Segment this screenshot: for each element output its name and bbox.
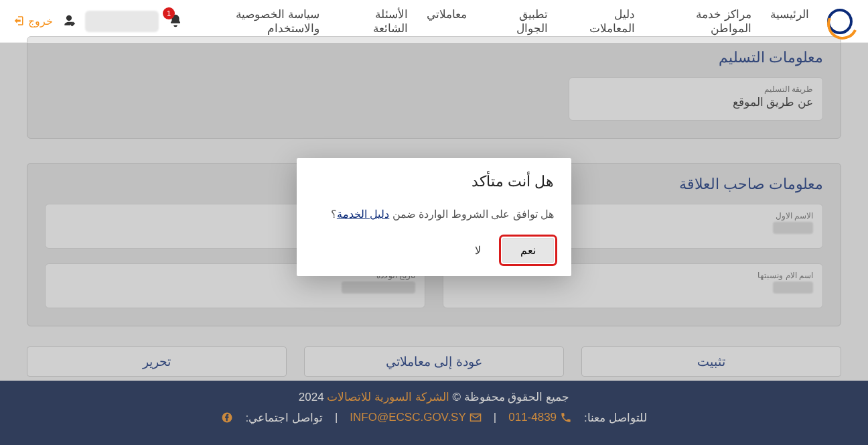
nav-mobile-app[interactable]: تطبيق الجوال	[486, 7, 548, 36]
notifications-icon[interactable]: 1	[168, 13, 183, 30]
header-user-area: 1 خروج	[12, 11, 183, 32]
nav-privacy[interactable]: سياسة الخصوصية والاستخدام	[183, 7, 319, 36]
nav-guide[interactable]: دليل المعاملات	[567, 7, 635, 36]
modal-no-button[interactable]: لا	[467, 238, 489, 263]
service-guide-link[interactable]: دليل الخدمة	[337, 208, 389, 220]
confirm-modal: هل أنت متأكد هل توافق على الشروط الواردة…	[297, 158, 571, 276]
brand-logo	[824, 5, 856, 38]
user-name-display[interactable]	[85, 11, 159, 32]
nav-centers[interactable]: مراكز خدمة المواطن	[654, 7, 751, 36]
logout-link[interactable]: خروج	[12, 14, 53, 28]
nav-home[interactable]: الرئيسية	[770, 7, 809, 36]
nav-my-transactions[interactable]: معاملاتي	[427, 7, 467, 36]
logout-icon	[12, 14, 24, 28]
modal-title: هل أنت متأكد	[314, 173, 554, 190]
main-nav: الرئيسية مراكز خدمة المواطن دليل المعامل…	[183, 7, 809, 36]
nav-faq[interactable]: الأسئلة الشائعة	[338, 7, 408, 36]
user-edit-icon[interactable]	[62, 13, 76, 29]
notifications-badge: 1	[163, 7, 175, 19]
modal-message: هل توافق على الشروط الواردة ضمن دليل الخ…	[314, 208, 554, 220]
modal-yes-button[interactable]: نعم	[502, 238, 554, 263]
